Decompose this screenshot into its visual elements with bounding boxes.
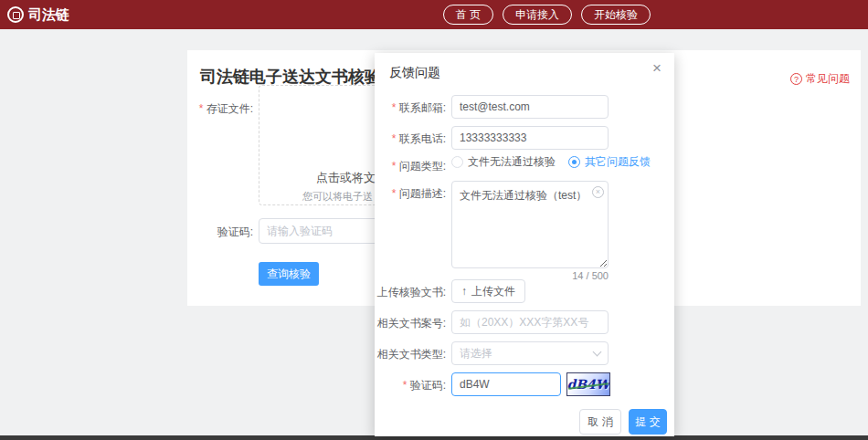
description-label: 问题描述: bbox=[375, 186, 446, 202]
modal-captcha-field[interactable] bbox=[451, 372, 561, 396]
radio-other-issue[interactable]: 其它问题反馈 bbox=[568, 154, 651, 170]
upload-file-button-label: 上传文件 bbox=[471, 284, 515, 299]
nav-home-button[interactable]: 首 页 bbox=[443, 5, 493, 25]
logo: 司法链 bbox=[7, 0, 69, 29]
phone-field[interactable] bbox=[451, 126, 609, 150]
upload-hint-sub: 您可以将电子送 bbox=[302, 190, 373, 204]
doc-type-select[interactable]: 请选择 bbox=[451, 341, 609, 365]
app-header: 司法链 首 页 申请接入 开始核验 bbox=[0, 0, 868, 29]
upload-hint-title: 点击或将文 bbox=[316, 170, 376, 186]
nav-start-verify-button[interactable]: 开始核验 bbox=[581, 5, 651, 25]
faq-link[interactable]: ? 常见问题 bbox=[790, 71, 850, 87]
issue-type-label: 问题类型: bbox=[375, 159, 446, 174]
radio-file-fail[interactable]: 文件无法通过核验 bbox=[451, 154, 556, 170]
email-field[interactable] bbox=[451, 95, 609, 119]
question-icon: ? bbox=[790, 73, 802, 85]
email-label: 联系邮箱: bbox=[375, 100, 446, 116]
issue-type-radio-group: 文件无法通过核验 其它问题反馈 bbox=[451, 154, 651, 170]
upload-file-button[interactable]: ↑ 上传文件 bbox=[451, 279, 525, 303]
nav-apply-access-button[interactable]: 申请接入 bbox=[503, 5, 572, 25]
close-icon[interactable]: × bbox=[652, 60, 662, 76]
main-nav: 首 页 申请接入 开始核验 bbox=[443, 5, 651, 25]
captcha-image-text: dB4W bbox=[566, 377, 609, 392]
upload-doc-label: 上传核验文书: bbox=[375, 285, 446, 300]
logo-text: 司法链 bbox=[28, 6, 69, 24]
cancel-button[interactable]: 取 消 bbox=[579, 409, 621, 435]
logo-icon bbox=[7, 6, 24, 23]
query-verify-button[interactable]: 查询核验 bbox=[259, 262, 319, 286]
doc-type-label: 相关文书类型: bbox=[375, 347, 446, 362]
submit-button[interactable]: 提 交 bbox=[629, 409, 667, 435]
radio-circle-icon bbox=[451, 156, 463, 168]
phone-label: 联系电话: bbox=[375, 131, 446, 147]
case-number-field[interactable] bbox=[451, 310, 609, 334]
captcha-image[interactable]: dB4W bbox=[566, 372, 610, 396]
upload-icon: ↑ bbox=[461, 285, 467, 298]
chevron-down-icon bbox=[593, 347, 602, 356]
clear-icon[interactable]: × bbox=[592, 186, 604, 198]
modal-captcha-label: 验证码: bbox=[375, 378, 446, 393]
radio-file-fail-label: 文件无法通过核验 bbox=[468, 154, 556, 170]
case-number-label: 相关文书案号: bbox=[375, 316, 446, 331]
radio-circle-icon bbox=[568, 156, 580, 168]
doc-type-placeholder: 请选择 bbox=[460, 346, 492, 361]
radio-other-issue-label: 其它问题反馈 bbox=[585, 154, 651, 170]
evidence-file-label: 存证文件: bbox=[187, 101, 253, 117]
modal-title: 反馈问题 bbox=[389, 65, 440, 81]
description-textarea[interactable]: 文件无法通过核验（test） bbox=[451, 181, 609, 268]
feedback-modal: 反馈问题 × 联系邮箱: 联系电话: 问题类型: 文件无法通过核验 其它问题反馈… bbox=[375, 53, 674, 436]
faq-label: 常见问题 bbox=[806, 71, 850, 87]
page-captcha-label: 验证码: bbox=[187, 225, 253, 240]
